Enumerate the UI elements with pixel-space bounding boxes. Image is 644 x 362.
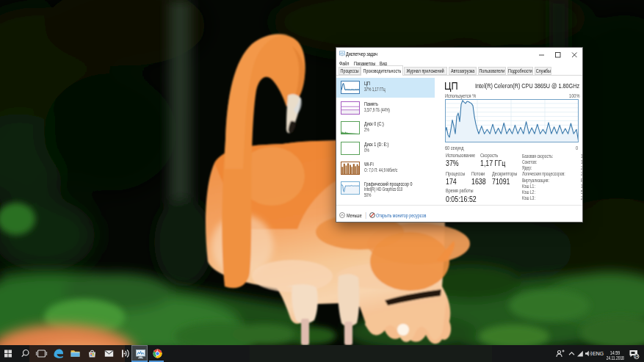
svg-text:14: 14 <box>634 355 639 358</box>
